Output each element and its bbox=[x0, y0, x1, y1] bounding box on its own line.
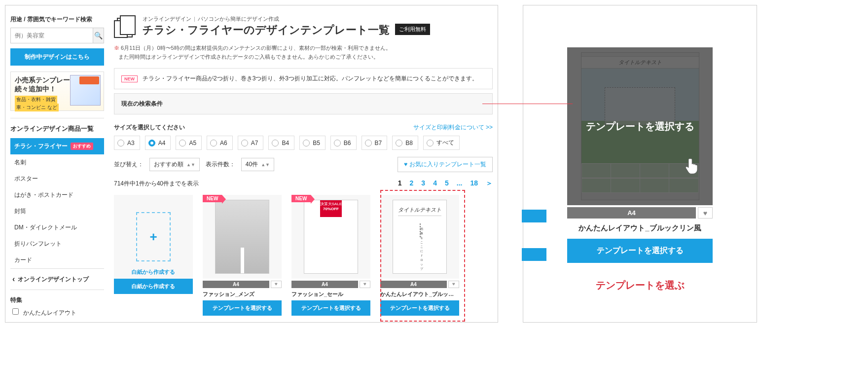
size-badge: A4 bbox=[203, 281, 269, 288]
template-thumbnail[interactable]: NEW bbox=[203, 195, 282, 279]
sidebar-item-0[interactable]: チラシ・フライヤーおすすめ bbox=[10, 138, 104, 154]
promo-tag-2: 車・コンビニ など bbox=[15, 104, 59, 111]
size-badge: A4 bbox=[380, 281, 447, 288]
radio-icon bbox=[303, 140, 310, 146]
size-option-B4[interactable]: B4 bbox=[268, 136, 294, 150]
special-feature-heading: 特集 bbox=[10, 290, 104, 308]
per-page-select[interactable]: 40件▲▼ bbox=[241, 158, 274, 171]
select-template-button[interactable]: テンプレートを選択する bbox=[291, 300, 370, 316]
heart-icon: ♥ bbox=[452, 281, 455, 287]
radio-icon bbox=[365, 140, 372, 146]
filter-label: かんたんレイアウト bbox=[23, 309, 76, 316]
sidebar-item-3[interactable]: はがき・ポストカード bbox=[10, 187, 104, 203]
select-template-button[interactable]: テンプレートを選択する bbox=[203, 300, 282, 316]
page-title: チラシ・フライヤーのデザインテンプレート一覧 bbox=[143, 24, 390, 36]
in-progress-designs-button[interactable]: 制作中デザインはこちら bbox=[10, 48, 104, 66]
page-...[interactable]: ... bbox=[457, 179, 463, 188]
maintenance-notice: ※ 6月11日（月）0時〜5時の間は素材提供先のメンテナンスの影響により、素材の… bbox=[114, 44, 493, 61]
sort-label: 並び替え： bbox=[114, 160, 144, 169]
cursor-hand-icon bbox=[686, 158, 700, 176]
page-1[interactable]: 1 bbox=[398, 179, 402, 188]
size-option-A6[interactable]: A6 bbox=[207, 136, 233, 150]
sidebar-item-4[interactable]: 封筒 bbox=[10, 203, 104, 219]
sidebar-item-1[interactable]: 名刺 bbox=[10, 154, 104, 171]
template-thumbnail[interactable]: 決算大SALE70%OFFNEW bbox=[291, 195, 370, 279]
radio-icon bbox=[427, 140, 434, 146]
info-bar-text: チラシ・フライヤー商品が2つ折り、巻き3つ折り、外3つ折り加工に対応。パンフレッ… bbox=[143, 74, 478, 83]
sort-select[interactable]: おすすめ順▲▼ bbox=[149, 158, 200, 171]
new-tag: NEW bbox=[121, 75, 138, 82]
size-option-A3[interactable]: A3 bbox=[114, 136, 140, 150]
promo-image bbox=[70, 75, 101, 106]
sidebar-item-7[interactable]: カード bbox=[10, 252, 104, 268]
sidebar-item-5[interactable]: DM・ダイレクトメール bbox=[10, 219, 104, 236]
instruction-caption: テンプレートを選ぶ bbox=[536, 279, 744, 292]
promo-tag-1: 食品・衣料・雑貨 bbox=[15, 96, 57, 104]
size-option-A5[interactable]: A5 bbox=[176, 136, 202, 150]
size-option-B5[interactable]: B5 bbox=[299, 136, 326, 150]
page-3[interactable]: 3 bbox=[421, 179, 425, 188]
sidebar: 用途 / 雰囲気でキーワード検索 🔍 制作中デザインはこちら 小売系テンプレート… bbox=[10, 15, 109, 317]
flyer-stack-icon bbox=[114, 15, 137, 40]
detail-panel: タイトルテキスト テンプレートを選択する A4 ♥ かんたんレイアウト_ブルック… bbox=[523, 5, 757, 323]
decorative-bar bbox=[522, 248, 546, 261]
filter-checkbox[interactable] bbox=[12, 308, 19, 315]
free-badge: ご利用無料 bbox=[395, 24, 430, 35]
sidebar-item-2[interactable]: ポスター bbox=[10, 171, 104, 187]
heart-icon: ♥ bbox=[275, 281, 278, 287]
radio-icon bbox=[334, 140, 341, 146]
radio-icon bbox=[272, 140, 279, 146]
favorite-button[interactable]: ♥ bbox=[360, 281, 370, 288]
filter-easy-layout[interactable]: かんたんレイアウト bbox=[10, 307, 78, 318]
favorite-button[interactable]: ♥ bbox=[698, 207, 713, 219]
template-card-1: NEWA4♥ファッション_メンズテンプレートを選択する bbox=[203, 195, 282, 316]
page-＞[interactable]: ＞ bbox=[486, 179, 493, 188]
search-button[interactable]: 🔍 bbox=[93, 28, 104, 43]
product-list-heading: オンラインデザイン商品一覧 bbox=[10, 118, 104, 138]
page-4[interactable]: 4 bbox=[433, 179, 437, 188]
page-2[interactable]: 2 bbox=[410, 179, 414, 188]
template-card-0: +白紙から作成する白紙から作成する bbox=[114, 195, 193, 316]
breadcrumb-1[interactable]: オンラインデザイン bbox=[143, 16, 191, 22]
size-option-B7[interactable]: B7 bbox=[362, 136, 388, 150]
select-template-button[interactable]: テンプレートを選択する bbox=[567, 239, 713, 263]
template-name: かんたんレイアウト_ブルックリン風 bbox=[567, 223, 713, 233]
size-option-すべて[interactable]: すべて bbox=[423, 136, 460, 150]
main-content: オンラインデザイン | パソコンから簡単にデザイン作成 チラシ・フライヤーのデザ… bbox=[109, 15, 493, 317]
pagination: 12345...18＞ bbox=[398, 179, 493, 188]
search-input[interactable] bbox=[10, 28, 93, 43]
result-count: 714件中1件から40件までを表示 bbox=[114, 180, 199, 188]
size-option-B8[interactable]: B8 bbox=[392, 136, 418, 150]
template-preview[interactable]: タイトルテキスト テンプレートを選択する bbox=[567, 47, 713, 205]
size-option-A4[interactable]: A4 bbox=[145, 136, 171, 150]
select-template-button[interactable]: テンプレートを選択する bbox=[380, 300, 459, 316]
favorite-button[interactable]: ♥ bbox=[271, 281, 282, 288]
sidebar-item-6[interactable]: 折りパンフレット bbox=[10, 236, 104, 252]
radio-icon bbox=[241, 140, 248, 146]
template-thumbnail[interactable]: タイトルテキスト画像をここにドロップ bbox=[380, 195, 459, 279]
new-ribbon: NEW bbox=[203, 195, 222, 202]
page-18[interactable]: 18 bbox=[470, 179, 478, 188]
current-filter-bar: 現在の検索条件 bbox=[114, 93, 493, 114]
size-pricing-link[interactable]: サイズと印刷料金について >> bbox=[413, 123, 493, 132]
per-page-label: 表示件数： bbox=[206, 160, 235, 169]
chevron-down-icon: ▲▼ bbox=[261, 162, 270, 167]
favorites-link[interactable]: お気に入りテンプレート一覧 bbox=[398, 157, 493, 172]
promo-banner[interactable]: 小売系テンプレートが 続々追加中！ 食品・衣料・雑貨 車・コンビニ など bbox=[10, 72, 104, 111]
heart-icon: ♥ bbox=[703, 209, 707, 217]
radio-icon bbox=[148, 140, 155, 146]
page-5[interactable]: 5 bbox=[445, 179, 449, 188]
create-blank-button[interactable]: 白紙から作成する bbox=[114, 279, 193, 294]
favorite-button[interactable]: ♥ bbox=[448, 281, 459, 288]
back-to-top-link[interactable]: オンラインデザイントップ bbox=[10, 268, 104, 290]
template-name: ファッション_セール bbox=[291, 291, 370, 298]
template-name: かんたんレイアウト_ブルックリン風 bbox=[380, 291, 459, 298]
info-bar: NEW チラシ・フライヤー商品が2つ折り、巻き3つ折り、外3つ折り加工に対応。パ… bbox=[114, 68, 493, 89]
size-option-B6[interactable]: B6 bbox=[330, 136, 357, 150]
template-thumbnail[interactable]: +白紙から作成する bbox=[114, 195, 193, 279]
search-label: 用途 / 雰囲気でキーワード検索 bbox=[10, 15, 104, 24]
size-option-A7[interactable]: A7 bbox=[238, 136, 264, 150]
hover-overlay: テンプレートを選択する bbox=[567, 47, 713, 205]
template-card-2: 決算大SALE70%OFFNEWA4♥ファッション_セールテンプレートを選択する bbox=[291, 195, 370, 316]
size-badge: A4 bbox=[291, 281, 358, 288]
